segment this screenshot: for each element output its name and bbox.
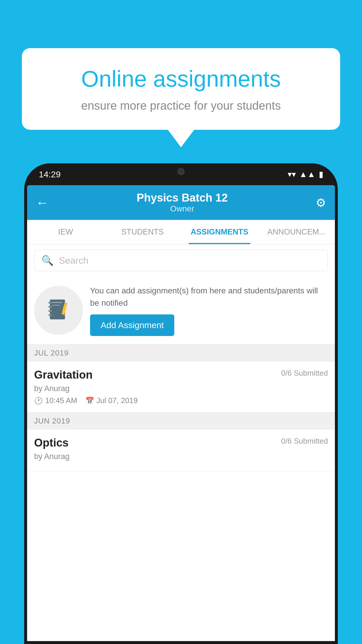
assignment-optics-title: Optics xyxy=(34,437,68,449)
svg-rect-6 xyxy=(52,305,60,306)
app-content: ← Physics Batch 12 Owner ⚙ IEW STUDENTS … xyxy=(27,185,335,641)
search-icon: 🔍 xyxy=(41,255,54,266)
promo-text: You can add assignment(s) from here and … xyxy=(90,285,328,309)
notebook-icon xyxy=(45,297,72,323)
search-input-wrapper[interactable]: 🔍 Search xyxy=(34,250,328,271)
tab-assignments[interactable]: ASSIGNMENTS xyxy=(181,220,258,244)
phone-notch xyxy=(155,163,207,179)
header-subtitle: Owner xyxy=(137,204,228,214)
section-header-jun: JUN 2019 xyxy=(27,412,335,430)
status-time: 14:29 xyxy=(39,169,61,179)
speech-bubble: Online assignments ensure more practice … xyxy=(22,48,340,130)
assignment-date: 📅 Jul 07, 2019 xyxy=(85,396,138,405)
svg-rect-1 xyxy=(48,302,52,304)
app-header: ← Physics Batch 12 Owner ⚙ xyxy=(27,185,335,220)
assignment-meta: 🕐 10:45 AM 📅 Jul 07, 2019 xyxy=(34,396,328,405)
assignment-item-optics[interactable]: Optics 0/6 Submitted by Anurag xyxy=(27,430,335,471)
search-placeholder: Search xyxy=(59,255,88,266)
tab-students[interactable]: STUDENTS xyxy=(104,220,181,244)
svg-rect-3 xyxy=(48,310,52,312)
speech-bubble-title: Online assignments xyxy=(42,66,320,92)
assignment-title: Gravitation xyxy=(34,369,93,381)
assignment-submitted: 0/6 Submitted xyxy=(281,369,328,378)
speech-bubble-pointer xyxy=(168,130,194,147)
section-header-jul: JUL 2019 xyxy=(27,344,335,362)
phone-camera xyxy=(178,168,184,175)
battery-icon: ▮ xyxy=(319,169,323,179)
assignment-time: 🕐 10:45 AM xyxy=(34,396,77,405)
phone-frame: 14:29 ▾▾ ▲▲ ▮ ← Physics Batch 12 Owner ⚙… xyxy=(24,163,338,644)
back-button[interactable]: ← xyxy=(36,195,49,210)
status-bar: 14:29 ▾▾ ▲▲ ▮ xyxy=(24,163,338,185)
speech-bubble-section: Online assignments ensure more practice … xyxy=(22,48,340,147)
tab-announcements[interactable]: ANNOUNCEM... xyxy=(258,220,335,244)
svg-rect-2 xyxy=(48,306,52,308)
header-title: Physics Batch 12 xyxy=(137,192,228,204)
assignment-optics-submitted: 0/6 Submitted xyxy=(281,437,328,446)
status-icons: ▾▾ ▲▲ ▮ xyxy=(288,169,323,179)
assignment-optics-author: by Anurag xyxy=(34,452,328,461)
clock-icon: 🕐 xyxy=(34,397,43,405)
svg-rect-4 xyxy=(48,314,52,316)
speech-bubble-subtitle: ensure more practice for your students xyxy=(42,99,320,112)
promo-content: You can add assignment(s) from here and … xyxy=(90,285,328,336)
assignment-time-value: 10:45 AM xyxy=(45,396,77,405)
promo-section: You can add assignment(s) from here and … xyxy=(27,276,335,344)
assignment-item-gravitation[interactable]: Gravitation 0/6 Submitted by Anurag 🕐 10… xyxy=(27,362,335,412)
settings-button[interactable]: ⚙ xyxy=(316,196,326,209)
tab-bar: IEW STUDENTS ASSIGNMENTS ANNOUNCEM... xyxy=(27,220,335,244)
calendar-icon: 📅 xyxy=(85,397,94,405)
svg-rect-5 xyxy=(52,302,62,303)
assignment-author: by Anurag xyxy=(34,384,328,393)
search-container: 🔍 Search xyxy=(27,244,335,276)
wifi-icon: ▾▾ xyxy=(288,169,296,179)
promo-icon-circle xyxy=(34,286,83,335)
assignment-date-value: Jul 07, 2019 xyxy=(96,396,138,405)
assignment-optics-top-row: Optics 0/6 Submitted xyxy=(34,437,328,449)
assignment-top-row: Gravitation 0/6 Submitted xyxy=(34,369,328,381)
tab-iew[interactable]: IEW xyxy=(27,220,104,244)
signal-icon: ▲▲ xyxy=(299,170,315,179)
add-assignment-button[interactable]: Add Assignment xyxy=(90,314,174,336)
header-title-area: Physics Batch 12 Owner xyxy=(137,192,228,214)
